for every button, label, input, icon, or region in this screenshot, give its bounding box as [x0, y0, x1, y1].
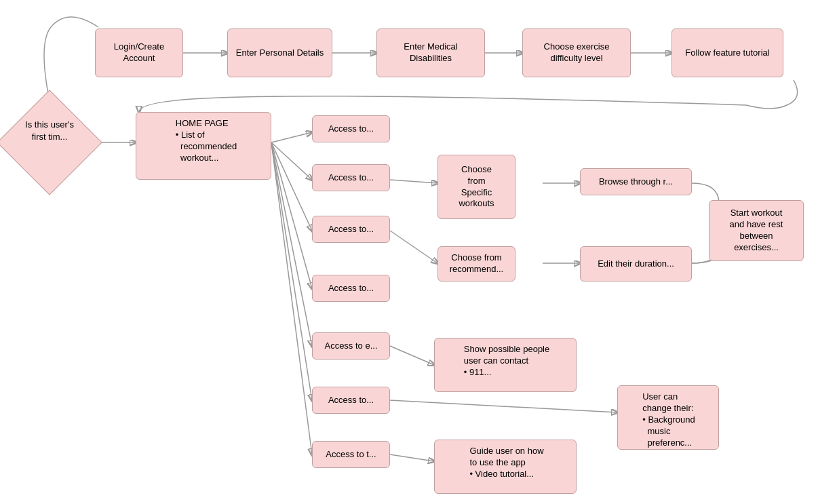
access7-node: Access to t...: [312, 441, 390, 468]
homepage-node: HOME PAGE• List of recommended workout..…: [136, 112, 271, 180]
access3-node: Access to...: [312, 216, 390, 243]
diamond-label: Is this user's first tim...: [19, 119, 80, 143]
access5-node: Access to e...: [312, 332, 390, 360]
flowchart-canvas: Login/Create Account Enter Personal Deta…: [0, 0, 818, 504]
guide-node: Guide user on howto use the app• Video t…: [434, 440, 577, 494]
svg-line-9: [271, 142, 312, 346]
access4-node: Access to...: [312, 275, 390, 302]
start-workout-node: Start workoutand have restbetweenexercis…: [709, 200, 804, 261]
svg-line-17: [390, 400, 617, 412]
svg-line-12: [390, 180, 437, 183]
specific-node: ChoosefromSpecificworkouts: [437, 155, 515, 219]
svg-line-8: [271, 142, 312, 288]
recommended-node: Choose fromrecommend...: [437, 246, 515, 282]
svg-line-5: [271, 132, 312, 142]
browse-node: Browse through r...: [580, 168, 692, 195]
edit-duration-node: Edit their duration...: [580, 246, 692, 282]
access1-node: Access to...: [312, 115, 390, 142]
svg-line-7: [271, 142, 312, 231]
login-node: Login/Create Account: [95, 28, 183, 77]
access2-node: Access to...: [312, 164, 390, 191]
svg-line-14: [390, 231, 437, 263]
svg-line-10: [271, 142, 312, 400]
svg-line-18: [390, 454, 434, 461]
show-people-node: Show possible peopleuser can contact• 91…: [434, 338, 577, 392]
svg-line-11: [271, 142, 312, 454]
medical-node: Enter Medical Disabilities: [376, 28, 485, 77]
access6-node: Access to...: [312, 387, 390, 414]
change-settings-node: User canchange their:• Background music …: [617, 385, 719, 450]
svg-line-16: [390, 346, 434, 365]
personal-node: Enter Personal Details: [227, 28, 332, 77]
tutorial-node: Follow feature tutorial: [671, 28, 783, 77]
difficulty-node: Choose exercise difficulty level: [522, 28, 631, 77]
svg-line-6: [271, 142, 312, 180]
